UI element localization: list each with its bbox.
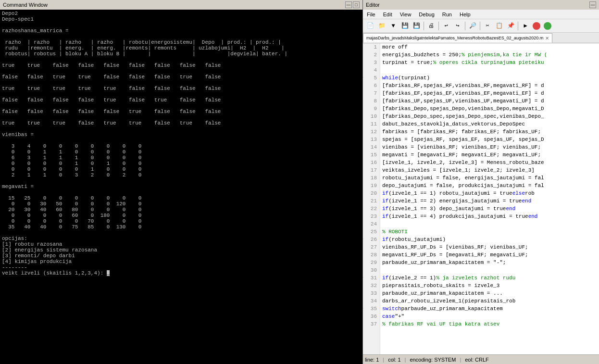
code-line-1: more off [380, 43, 599, 51]
code-line-16: [izvele_1, izvele_2, izvele_3] = Meness_… [380, 159, 599, 166]
editor-menubar: FileEditViewDebugRunHelp [363, 10, 599, 19]
menu-item-file[interactable]: File [363, 10, 379, 19]
editor-tab-bar: majasDarbs_jevadsMaksligatntelektaPamato… [363, 33, 599, 43]
line-num-36: 36 [365, 313, 378, 320]
line-num-32: 32 [365, 282, 378, 289]
code-line-28: megavati_RF_UF_Ds = [megavati_RF; megava… [380, 251, 599, 259]
code-line-8: [fabrikas_UF,spejas_UF,vienibas_UF,megav… [380, 97, 599, 105]
code-line-12: fabrikas = [fabrikas_RF; fabrikas_EF; fa… [380, 128, 599, 136]
line-num-20: 20 [365, 189, 378, 197]
code-line-20: if (izvele_1 == 1) robotu_jautajumi = tr… [380, 189, 599, 197]
editor-statusbar: line: 1 | col: 1 | encoding: SYSTEM | eo… [363, 354, 599, 364]
editor-content: 12345▼6789101112131415161718192021222324… [363, 43, 599, 354]
collapse-arrow-31[interactable]: ▼ [363, 276, 363, 280]
code-line-7: [fabrikas_EF,spejas_EF,vienibas_EF,megav… [380, 89, 599, 97]
code-line-35: switch parbaude_uz_primaram_kapacitatem [380, 305, 599, 313]
line-num-12: 12 [365, 128, 378, 136]
editor-titlebar-buttons: — [589, 1, 596, 8]
cmd-title: Command Window [3, 2, 48, 8]
line-num-28: 28 [365, 251, 378, 259]
code-line-18: robotu_jautajumi = false, energijas_jaut… [380, 174, 599, 182]
save-button[interactable]: 💾 [399, 21, 410, 31]
collapse-arrow-5[interactable]: ▼ [363, 76, 363, 80]
cut-button[interactable]: ✂ [482, 21, 493, 31]
code-line-2: energijas_budzhets = 250; % pienjemsim,k… [380, 51, 599, 59]
open-dropdown-button[interactable]: ▼ [388, 21, 399, 31]
menu-item-view[interactable]: View [396, 10, 415, 19]
redo-button[interactable]: ↪ [452, 21, 463, 31]
cmd-maximize-button[interactable]: □ [353, 1, 360, 8]
code-area[interactable]: more offenergijas_budzhets = 250; % pien… [380, 43, 599, 354]
menu-item-edit[interactable]: Edit [379, 10, 396, 19]
command-window: Command Window — □ Depo2 Depo-spec1 razh… [0, 0, 363, 364]
code-line-29: parbaude_uz_primaram_kapacitatem = "-"; [380, 259, 599, 266]
tab-close-button[interactable]: ✕ [545, 36, 549, 41]
editor-tab-main[interactable]: majasDarbs_jevadsMaksligatntelektaPamato… [363, 33, 552, 43]
code-line-21: if (izvele_1 == 2) energijas_jautajumi =… [380, 197, 599, 205]
code-line-19: depo_jautajumi = false, produkcijas_jaut… [380, 182, 599, 189]
line-num-30: 30 [365, 266, 378, 274]
line-num-10: 10 [365, 113, 378, 120]
status-encoding: encoding: SYSTEM [410, 357, 456, 363]
stop-button[interactable] [533, 22, 540, 30]
cmd-titlebar: Command Window — □ [0, 0, 362, 10]
toolbar-separator-2 [438, 22, 439, 30]
undo-button[interactable]: ↩ [441, 21, 451, 31]
line-num-3: 3 [365, 59, 378, 66]
code-line-33: parbaude_uz_primaram_kapacitatem = ... [380, 289, 599, 297]
toolbar-separator-5 [518, 22, 518, 30]
toolbar-separator-3 [465, 22, 465, 30]
cmd-output[interactable]: Depo2 Depo-spec1 razhoshanas_matrica = r… [0, 10, 362, 364]
code-line-37: % fabrikas RF vai UF tipa katra atsev [380, 320, 599, 328]
print-button[interactable]: 🖨 [426, 21, 437, 31]
line-num-35: 35▼ [365, 305, 378, 313]
run-button[interactable]: ▶ [520, 21, 531, 31]
line-num-16: 16 [365, 159, 378, 166]
cmd-titlebar-buttons: — □ [345, 1, 360, 8]
line-num-19: 19 [365, 182, 378, 189]
cmd-minimize-button[interactable]: — [345, 1, 352, 8]
save-all-button[interactable]: 💾 [411, 21, 422, 31]
run-section-end [532, 22, 541, 30]
code-line-31: if (izvele_2 == 1) % ja izvelets razhot … [380, 274, 599, 282]
collapse-arrow-35[interactable]: ▼ [363, 307, 363, 311]
code-line-14: vienibas = [vienibas_RF; vienibas_EF; vi… [380, 143, 599, 151]
line-num-34: 34 [365, 297, 378, 305]
line-num-2: 2 [365, 51, 378, 59]
code-line-3: turpinat = true; % operes cikla turpinaj… [380, 59, 599, 66]
line-num-14: 14 [365, 143, 378, 151]
paste-button[interactable]: 📌 [505, 21, 516, 31]
code-line-23: if (izvele_1 == 4) produkcijas_jautajumi… [380, 213, 599, 220]
line-num-9: 9 [365, 105, 378, 113]
collapse-arrow-26[interactable]: ▼ [363, 238, 363, 242]
debug-button[interactable] [542, 21, 553, 31]
editor-toolbar: 📄 📁 ▼ 💾 💾 🖨 ↩ ↪ 🔎 ✂ 📋 📌 ▶ [363, 19, 599, 33]
menu-item-run[interactable]: Run [438, 10, 456, 19]
code-line-5: while (turpinat) [380, 74, 599, 82]
editor-minimize-button[interactable]: — [589, 1, 596, 8]
line-num-11: 11 [365, 120, 378, 128]
code-line-4 [380, 66, 599, 74]
line-num-4: 4 [365, 66, 378, 74]
menu-item-debug[interactable]: Debug [415, 10, 438, 19]
toolbar-separator-1 [424, 22, 424, 30]
menu-item-help[interactable]: Help [456, 10, 474, 19]
line-num-24: 24 [365, 220, 378, 228]
code-line-27: vienibas_RF_UF_Ds = [vienibas_RF; vienib… [380, 243, 599, 251]
code-line-34: darbs_ar_robotu_izvelem_1(pieprasitais_r… [380, 297, 599, 305]
line-num-37: 37 [365, 320, 378, 328]
line-num-5: 5▼ [365, 74, 378, 82]
line-num-27: 27 [365, 243, 378, 251]
new-file-button[interactable]: 📄 [365, 21, 375, 31]
find-button[interactable]: 🔎 [467, 21, 478, 31]
code-line-17: veiktas_izveles = [izvele_1; izvele_2; i… [380, 166, 599, 174]
code-line-10: [fabrikas_Depo_spec,spejas_Depo_spec,vie… [380, 113, 599, 120]
line-num-29: 29 [365, 259, 378, 266]
open-file-button[interactable]: 📁 [376, 21, 387, 31]
code-line-6: [fabrikas_RF,spejas_RF,vienibas_RF,megav… [380, 82, 599, 89]
toolbar-separator-4 [480, 22, 480, 30]
status-eol: eol: CRLF [465, 357, 489, 363]
code-line-11: dabut_bazes_stavoklja_datus_vektorus_Dep… [380, 120, 599, 128]
tab-filename: majasDarbs_jevadsMaksligatntelektaPamato… [366, 36, 543, 40]
copy-button[interactable]: 📋 [494, 21, 504, 31]
